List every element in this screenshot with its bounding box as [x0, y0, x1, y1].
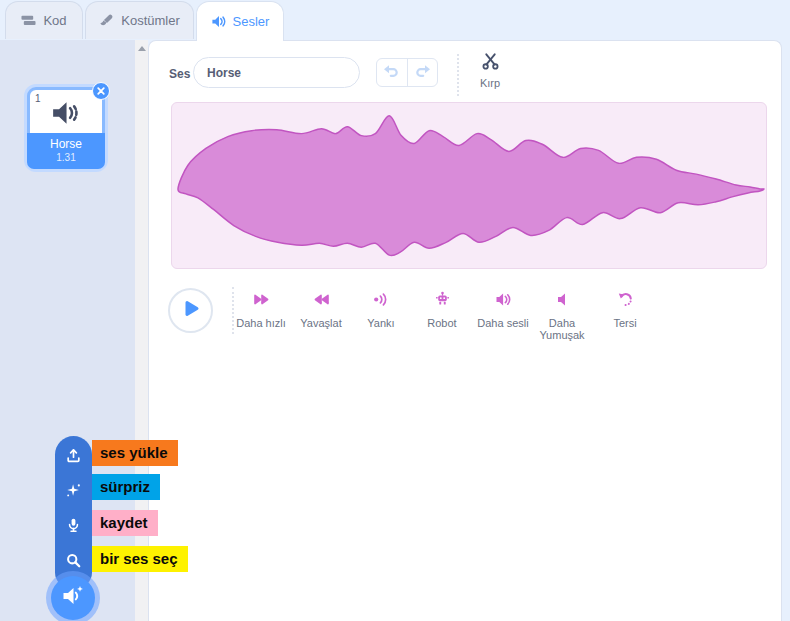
sound-card[interactable]: 1 Horse 1.31 [27, 87, 105, 169]
reverse-icon [617, 291, 634, 312]
tab-code-label: Kod [43, 13, 66, 28]
sound-editor-screen: Kod Kostümler Sesler 1 [0, 0, 790, 621]
tab-sounds[interactable]: Sesler [196, 1, 284, 41]
callout-upload-sound: ses yükle [92, 440, 178, 466]
crop-button[interactable]: Kırp [467, 52, 513, 89]
effect-softer-button[interactable]: Daha Yumuşak [527, 291, 597, 341]
surprise-sparkle-icon [65, 482, 82, 503]
speaker-loud-icon [495, 291, 512, 312]
effect-reverse-button[interactable]: Tersi [590, 291, 660, 329]
play-icon [181, 299, 201, 322]
callout-surprise: sürpriz [92, 474, 160, 500]
sound-name-label: Ses [169, 67, 190, 81]
upload-sound-button[interactable] [55, 442, 92, 474]
tab-costumes-label: Kostümler [121, 13, 180, 28]
effect-robot-label: Robot [427, 317, 456, 329]
callout-choose-sound: bir ses seç [92, 546, 188, 572]
toolbar-divider [457, 54, 459, 96]
record-sound-button[interactable] [55, 512, 92, 544]
waveform-shape [178, 116, 764, 256]
sound-card-footer: Horse 1.31 [27, 133, 105, 169]
robot-icon [434, 291, 451, 312]
microphone-icon [65, 517, 82, 538]
effect-slower-label: Yavaşlat [300, 317, 341, 329]
choose-sound-button[interactable] [55, 547, 92, 579]
fast-forward-icon [253, 291, 270, 312]
tab-code[interactable]: Kod [5, 1, 83, 39]
upload-icon [65, 447, 82, 468]
effect-robot-button[interactable]: Robot [407, 291, 477, 329]
effect-reverse-label: Tersi [613, 317, 636, 329]
rewind-icon [313, 291, 330, 312]
echo-icon [373, 291, 390, 312]
paintbrush-icon [99, 13, 114, 28]
sound-name: Horse [27, 137, 105, 151]
effect-echo-button[interactable]: Yankı [346, 291, 416, 329]
undo-button[interactable] [377, 59, 408, 86]
scissors-icon [481, 52, 500, 75]
search-icon [65, 552, 82, 573]
sound-name-input[interactable] [193, 57, 360, 88]
sound-editor-panel: Ses [148, 40, 782, 621]
scroll-up-icon[interactable] [138, 46, 146, 51]
editor-tabbar: Kod Kostümler Sesler [0, 0, 790, 40]
tab-costumes[interactable]: Kostümler [85, 1, 194, 39]
play-button[interactable] [168, 288, 213, 333]
add-sound-menu [55, 436, 92, 588]
surprise-sound-button[interactable] [55, 477, 92, 509]
speaker-icon [211, 14, 226, 29]
tab-sounds-label: Sesler [233, 14, 270, 29]
waveform-canvas[interactable] [171, 102, 767, 269]
effect-echo-label: Yankı [367, 317, 394, 329]
speaker-soft-icon [554, 291, 571, 312]
sound-duration: 1.31 [27, 152, 105, 163]
effect-softer-label: Daha Yumuşak [527, 317, 597, 341]
redo-icon [414, 63, 431, 82]
effect-louder-label: Daha sesli [477, 317, 528, 329]
undo-redo-group [376, 58, 438, 87]
effect-faster-label: Daha hızlı [236, 317, 286, 329]
redo-button[interactable] [408, 59, 438, 86]
undo-icon [383, 63, 400, 82]
sound-thumbnail-speaker-icon [30, 90, 102, 136]
speaker-plus-icon [61, 584, 85, 612]
add-sound-toggle-button[interactable] [51, 576, 95, 620]
crop-label: Kırp [480, 77, 500, 89]
code-blocks-icon [21, 13, 36, 28]
callout-record: kaydet [92, 510, 158, 536]
